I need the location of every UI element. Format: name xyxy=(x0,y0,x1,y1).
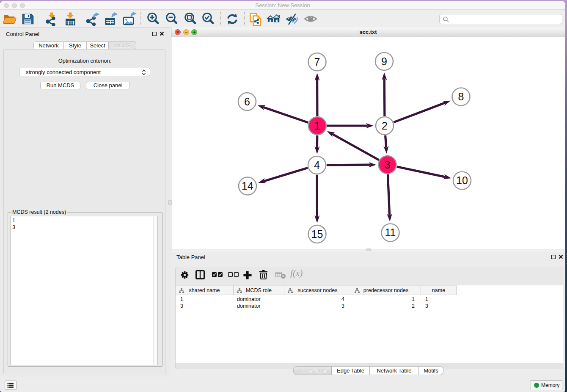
svg-text:8: 8 xyxy=(458,91,464,102)
svg-text:7: 7 xyxy=(314,56,320,68)
svg-text:15: 15 xyxy=(311,228,323,240)
svg-text:4: 4 xyxy=(314,159,320,171)
svg-text:14: 14 xyxy=(242,180,253,192)
svg-text:11: 11 xyxy=(385,226,396,238)
svg-text:2: 2 xyxy=(382,120,388,132)
svg-text:3: 3 xyxy=(385,159,391,171)
svg-text:1: 1 xyxy=(314,120,320,132)
svg-text:10: 10 xyxy=(456,174,468,186)
svg-text:6: 6 xyxy=(244,96,250,108)
svg-text:9: 9 xyxy=(381,55,387,67)
